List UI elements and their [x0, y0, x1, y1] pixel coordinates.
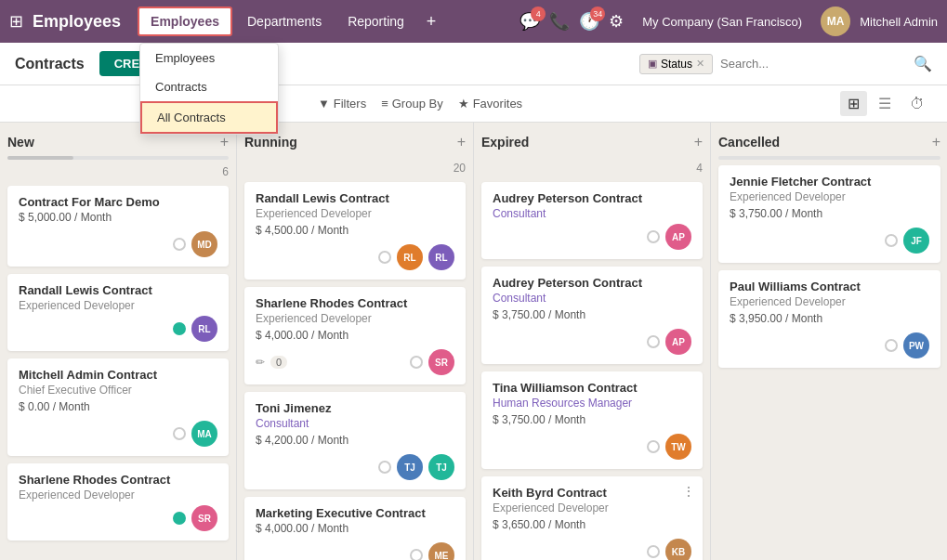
- card-price: $ 4,200.00 / Month: [256, 434, 454, 447]
- nav-plus[interactable]: +: [419, 8, 444, 35]
- company-name[interactable]: My Company (San Francisco): [642, 15, 802, 29]
- status-tag-close[interactable]: ✕: [696, 58, 704, 70]
- avatar: ME: [428, 542, 454, 560]
- page-title: Contracts: [15, 56, 85, 72]
- kanban-card[interactable]: Sharlene Rhodes ContractExperienced Deve…: [244, 287, 466, 384]
- kanban-view-button[interactable]: ⊞: [840, 91, 867, 116]
- clock-icon-badge[interactable]: 🕐 34: [579, 11, 599, 32]
- card-subtitle: Consultant: [493, 292, 691, 305]
- groupby-label: Group By: [392, 97, 443, 111]
- status-dot: [378, 461, 391, 474]
- kanban-card[interactable]: Mitchell Admin ContractChief Executive O…: [7, 358, 229, 456]
- status-dot: [647, 230, 660, 243]
- card-title: Paul Williams Contract: [730, 280, 929, 293]
- card-title: Audrey Peterson Contract: [493, 276, 691, 290]
- card-title: Mitchell Admin Contract: [19, 368, 217, 382]
- nav-employees[interactable]: Employees: [138, 7, 232, 36]
- kanban-card[interactable]: Audrey Peterson ContractConsultantAP: [481, 182, 703, 259]
- card-footer: TJTJ: [256, 454, 454, 480]
- settings-icon[interactable]: ⚙: [609, 11, 624, 32]
- nav-departments[interactable]: Departments: [236, 8, 333, 34]
- card-title: Randall Lewis Contract: [256, 191, 454, 205]
- card-price: $ 0.00 / Month: [19, 400, 217, 413]
- card-price: $ 5,000.00 / Month: [19, 211, 217, 224]
- column-running: Running + 20Randall Lewis ContractExperi…: [237, 123, 474, 560]
- avatar: MA: [191, 421, 217, 447]
- favorites-button[interactable]: ★ Favorites: [458, 97, 522, 111]
- avatar: TJ: [428, 454, 454, 480]
- filters-button[interactable]: ▼ Filters: [318, 97, 366, 111]
- kanban-card[interactable]: Randall Lewis ContractExperienced Develo…: [7, 274, 229, 351]
- status-dot: [173, 427, 186, 440]
- kanban-card[interactable]: Marketing Executive Contract$ 4,000.00 /…: [244, 497, 466, 560]
- card-footer: TW: [493, 434, 691, 460]
- card-price: $ 3,750.00 / Month: [493, 413, 691, 426]
- kanban-card[interactable]: Contract For Marc Demo$ 5,000.00 / Month…: [7, 186, 229, 267]
- search-icon[interactable]: 🔍: [914, 55, 932, 72]
- avatar: JF: [903, 228, 929, 254]
- kanban-card[interactable]: Paul Williams ContractExperienced Develo…: [718, 270, 940, 368]
- menu-item-employees[interactable]: Employees: [140, 44, 278, 72]
- menu-item-contracts[interactable]: Contracts: [140, 72, 278, 101]
- grid-icon[interactable]: ⊞: [9, 11, 23, 32]
- activity-view-button[interactable]: ⏱: [902, 92, 932, 116]
- avatar: KB: [665, 539, 691, 560]
- card-title: Marketing Executive Contract: [256, 506, 454, 520]
- list-view-button[interactable]: ☰: [871, 91, 899, 116]
- status-dot: [885, 339, 898, 352]
- card-price: $ 3,950.00 / Month: [730, 312, 929, 325]
- column-add-button[interactable]: +: [694, 134, 703, 150]
- menu-item-all-contracts[interactable]: All Contracts: [140, 101, 278, 134]
- card-footer: KB: [493, 539, 691, 560]
- user-avatar[interactable]: MA: [821, 7, 850, 36]
- app-title: Employees: [33, 12, 121, 32]
- avatar: SR: [428, 349, 454, 375]
- kanban-card[interactable]: Keith Byrd ContractExperienced Developer…: [481, 476, 703, 560]
- card-price: $ 4,000.00 / Month: [256, 522, 454, 535]
- status-dot: [378, 251, 391, 264]
- groupby-button[interactable]: ≡ Group By: [381, 97, 443, 111]
- nav-reporting[interactable]: Reporting: [336, 8, 415, 34]
- tag-icon: ▣: [648, 58, 657, 70]
- status-dot: [173, 322, 186, 335]
- column-cancelled: Cancelled + Jennie Fletcher ContractExpe…: [711, 123, 947, 560]
- kanban-card[interactable]: Randall Lewis ContractExperienced Develo…: [244, 182, 466, 280]
- kanban-card[interactable]: Jennie Fletcher ContractExperienced Deve…: [718, 165, 940, 263]
- status-dot: [410, 549, 423, 560]
- column-add-button[interactable]: +: [457, 134, 466, 150]
- count-badge: 0: [270, 356, 287, 369]
- pencil-icon[interactable]: ✏: [256, 356, 265, 369]
- filter-icon: ▼: [318, 97, 330, 111]
- card-subtitle: Chief Executive Officer: [19, 384, 217, 397]
- status-dot: [647, 335, 660, 348]
- kanban-card[interactable]: Tina Williamson ContractHuman Resources …: [481, 371, 703, 469]
- status-dot: [647, 440, 660, 453]
- column-expired: Expired + 4Audrey Peterson ContractConsu…: [474, 123, 711, 560]
- column-add-button[interactable]: +: [220, 134, 229, 150]
- column-count: 20: [244, 162, 466, 175]
- kanban-card[interactable]: Audrey Peterson ContractConsultant$ 3,75…: [481, 267, 703, 364]
- avatar: AP: [665, 329, 691, 355]
- card-menu-button[interactable]: ⋮: [682, 484, 695, 499]
- card-title: Tina Williamson Contract: [493, 381, 691, 395]
- card-title: Audrey Peterson Contract: [493, 191, 691, 205]
- column-add-button[interactable]: +: [932, 134, 940, 150]
- column-title: Expired: [481, 135, 529, 150]
- card-title: Jennie Fletcher Contract: [730, 175, 929, 189]
- card-footer: AP: [493, 224, 691, 250]
- card-footer: ME: [256, 542, 454, 560]
- card-subtitle: Human Resources Manager: [493, 397, 691, 410]
- status-dot: [647, 545, 660, 558]
- card-title: Contract For Marc Demo: [19, 195, 217, 209]
- search-input[interactable]: [720, 57, 906, 71]
- card-price: $ 4,000.00 / Month: [256, 329, 454, 342]
- phone-icon[interactable]: 📞: [549, 11, 570, 32]
- kanban-card[interactable]: Sharlene Rhodes ContractExperienced Deve…: [7, 463, 229, 540]
- kanban-card[interactable]: Toni JimenezConsultant$ 4,200.00 / Month…: [244, 392, 466, 489]
- chat-icon-badge[interactable]: 💬 4: [520, 11, 540, 32]
- groupby-icon: ≡: [381, 97, 388, 111]
- status-filter-tag: ▣ Status ✕: [639, 54, 713, 74]
- card-subtitle: Experienced Developer: [730, 295, 929, 308]
- user-name[interactable]: Mitchell Admin: [860, 15, 938, 29]
- column-title: New: [7, 135, 34, 150]
